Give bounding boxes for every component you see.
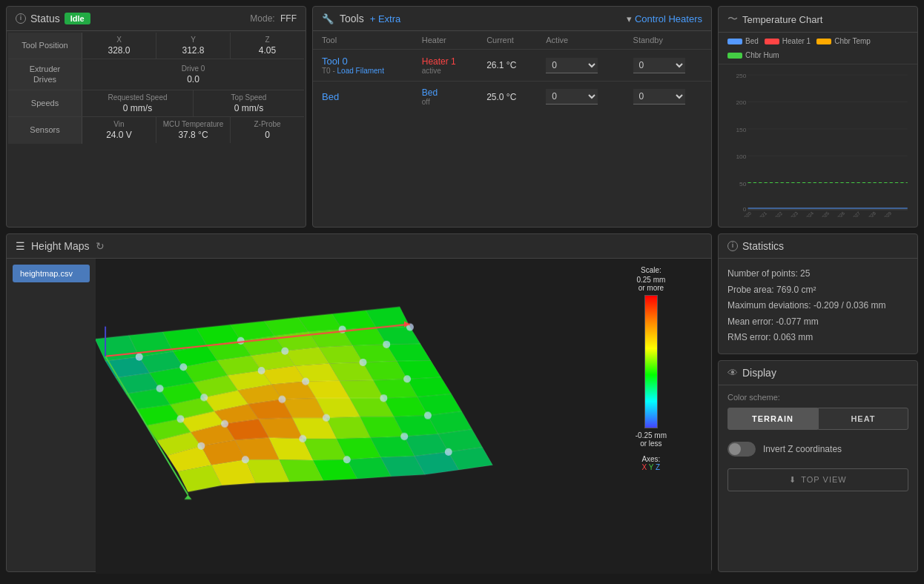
tool-name-0[interactable]: Tool 0 [322,56,404,67]
standby-select-0[interactable]: 0 [633,58,685,73]
active-select-1[interactable]: 0 [546,89,598,104]
control-heaters-button[interactable]: ▾ Control Heaters [627,13,702,24]
active-select-0[interactable]: 0 [546,58,598,73]
sensors-label: Sensors [8,117,82,144]
scale-max-label: 0.25 mmor more [636,276,665,292]
mode-label: Mode: [250,13,274,24]
display-content: Color scheme: TERRAIN HEAT Invert Z coor… [719,385,917,499]
stat-rms-err: RMS error: 0.063 mm [727,330,908,346]
toggle-knob [729,443,741,455]
y-axis-label: Y [649,463,654,471]
x-axis-label: X [642,463,647,471]
col-active: Active [537,31,624,50]
tool-position-label: Tool Position [8,33,82,59]
current-temp-1: 25.0 °C [478,82,537,113]
y-col: Y 312.8 [156,33,231,59]
load-filament-link[interactable]: Load Filament [337,67,384,75]
eye-icon: 👁 [727,367,738,379]
stat-max-dev: Maximum deviations: -0.209 / 0.036 mm [727,298,908,314]
axes-colors: X Y Z [641,463,660,471]
stats-info-icon: i [727,241,738,251]
invert-z-toggle[interactable] [727,442,756,457]
zprobe-label: Z-Probe [254,120,280,128]
trend-icon: 〜 [727,13,738,26]
display-title: Display [742,367,776,379]
svg-text:0: 0 [743,206,747,213]
tools-table-row: Tool 0 T0 - Load Filament Heater 1 activ… [313,50,711,82]
heater-name-0: Heater 1 [422,56,469,67]
heightmap-content: heightmap.csv Scale: 0.25 mmor more -0.2… [7,259,711,574]
x-value: 328.0 [108,45,130,56]
legend-label-3: Chbr Hum [745,51,779,59]
tools-title: Tools [340,13,364,24]
current-temp-0: 26.1 °C [478,50,537,82]
svg-text:2028: 2028 [865,210,877,217]
scale-min-label: -0.25 mmor less [636,431,667,448]
active-cell-0: 0 [537,50,624,82]
legend-color-0 [727,39,742,44]
chart-svg: 250 200 150 100 50 0 2020 2021 2022 2023… [725,67,911,217]
standby-select-1[interactable]: 0 [633,89,685,104]
extruder-values: Drive 0 0.0 [82,59,304,90]
refresh-icon[interactable]: ↻ [96,240,105,252]
tool-position-values: X 328.0 Y 312.8 Z 4.05 [82,33,304,59]
speeds-values: Requested Speed 0 mm/s Top Speed 0 mm/s [82,90,304,116]
extra-link[interactable]: + Extra [370,13,401,24]
legend-label-2: Chbr Temp [834,37,871,45]
list-icon: ☰ [16,240,25,252]
display-header: 👁 Display [719,361,917,385]
tools-table-header: Tool Heater Current Active Standby [313,31,711,50]
svg-text:2027: 2027 [850,210,861,217]
heater-state-0: active [422,67,469,75]
standby-cell-0: 0 [624,50,711,82]
color-scheme-label: Color scheme: [727,393,908,402]
terrain-button[interactable]: TERRAIN [727,408,818,430]
temp-chart-title: Temperature Chart [742,14,822,25]
stat-mean-err: Mean error: -0.077 mm [727,314,908,331]
heightmap-file-item[interactable]: heightmap.csv [13,265,90,282]
svg-text:150: 150 [736,127,746,133]
display-panel: 👁 Display Color scheme: TERRAIN HEAT Inv… [718,360,918,572]
heater-name-1: Bed [422,87,469,98]
legend-color-1 [765,39,779,44]
axes-label: Axes: [641,455,660,463]
svg-text:2023: 2023 [788,210,799,217]
invert-z-label: Invert Z coordinates [763,444,842,454]
scale-bar: Scale: 0.25 mmor more -0.25 mmor less Ax… [636,266,667,471]
svg-text:2029: 2029 [881,210,892,217]
status-left: i Status Idle [16,13,90,24]
req-speed-col: Requested Speed 0 mm/s [82,90,194,116]
download-icon: ⬇ [789,475,796,485]
temp-chart-panel: 〜 Temperature Chart Bed Heater 1 Chbr Te… [718,6,918,228]
chart-area: 250 200 150 100 50 0 2020 2021 2022 2023… [719,64,917,220]
req-speed-value: 0 mm/s [123,103,152,113]
zprobe-value: 0 [265,130,270,140]
extruder-label: ExtruderDrives [8,59,82,90]
mcu-col: MCU Temperature 37.8 °C [156,117,231,143]
stat-probe-area: Probe area: 769.0 cm² [727,282,908,299]
svg-text:100: 100 [736,153,746,160]
axes-section: Axes: X Y Z [641,455,660,471]
tools-header: 🔧 Tools + Extra ▾ Control Heaters [313,7,711,31]
mcu-label: MCU Temperature [163,120,224,128]
heightmap-panel: ☰ Height Maps ↻ heightmap.csv Scale: 0.2… [6,233,712,572]
invert-row: Invert Z coordinates [727,442,908,457]
req-speed-label: Requested Speed [108,93,167,102]
heat-button[interactable]: HEAT [818,408,908,430]
z-col: Z 4.05 [231,33,304,59]
tool-sub-0: T0 - Load Filament [322,67,404,75]
legend-item-2: Chbr Temp [816,37,871,45]
legend-label-0: Bed [745,37,759,45]
active-cell-1: 0 [537,82,624,113]
legend-item-1: Heater 1 [765,37,811,45]
legend-item-3: Chbr Hum [727,51,779,59]
tools-table-row: Bed Bed off 25.0 °C 0 0 [313,82,711,113]
tool-name-1[interactable]: Bed [322,91,404,102]
vin-col: Vin 24.0 V [82,117,156,143]
scale-top-label: Scale: [641,266,661,274]
top-speed-label: Top Speed [231,93,267,102]
svg-text:2022: 2022 [772,210,783,217]
top-view-button[interactable]: ⬇ TOP VIEW [727,468,908,491]
wrench-icon: 🔧 [322,13,334,24]
y-label: Y [191,36,196,44]
